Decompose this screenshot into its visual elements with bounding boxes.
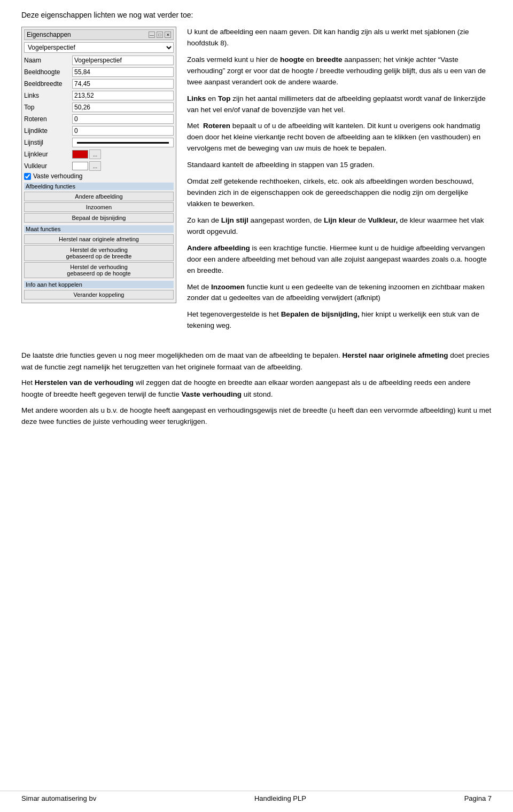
panel-minimize-icon[interactable]: □	[157, 31, 163, 38]
para-1: U kunt de afbeelding een naam geven. Dit…	[187, 27, 492, 49]
bottom-para-3: Met andere woorden als u b.v. de hoogte …	[21, 405, 492, 428]
lijnstijl-row: Lijnstijl	[24, 137, 174, 148]
bottom-para-2: Het Herstelen van de verhouding wil zegg…	[21, 377, 492, 400]
lijnstijl-line	[77, 142, 169, 144]
beeldbreedte-label: Beeldbreedte	[24, 80, 72, 88]
afbeelding-functies-header: Afbeelding functies	[24, 183, 174, 190]
roteren-row: Roteren	[24, 114, 174, 124]
beeldbreedte-row: Beeldbreedte	[24, 78, 174, 89]
properties-panel: Eigenschappen ― □ ✕ Vogelperspectief Naa…	[21, 27, 176, 337]
para-3: Links en Top zijn het aantal millimeters…	[187, 93, 492, 116]
lijnkleur-browse-btn[interactable]: ...	[89, 149, 101, 159]
vaste-verhouding-label: Vaste verhouding	[33, 172, 83, 180]
top-row: Top	[24, 102, 174, 113]
panel-title-bar: Eigenschappen ― □ ✕	[24, 29, 174, 40]
links-input[interactable]	[72, 91, 174, 100]
roteren-input[interactable]	[72, 114, 174, 124]
footer-center: Handleiding PLP	[254, 794, 306, 802]
panel-pin-icon[interactable]: ―	[149, 31, 155, 38]
vulkleur-color-box[interactable]	[72, 162, 88, 170]
panel-close-icon[interactable]: ✕	[165, 31, 171, 38]
para-9: Met de Inzoomen functie kunt u een gedee…	[187, 282, 492, 304]
bijsnijding-button[interactable]: Bepaal de bijsnijding	[24, 213, 174, 223]
verander-koppeling-button[interactable]: Verander koppeling	[24, 290, 174, 299]
top-input[interactable]	[72, 103, 174, 112]
right-text-section: U kunt de afbeelding een naam geven. Dit…	[187, 27, 492, 337]
footer-left: Simar automatisering bv	[21, 794, 96, 802]
beeldbreedte-input[interactable]	[72, 79, 174, 89]
vulkleur-browse-btn[interactable]: ...	[89, 161, 101, 171]
name-row: Vogelperspectief	[24, 42, 174, 53]
links-label: Links	[24, 92, 72, 99]
bottom-para-1: De laatste drie functies geven u nog mee…	[21, 350, 492, 373]
para-7: Zo kan de Lijn stijl aangepast worden, d…	[187, 215, 492, 238]
lijnkleur-label: Lijnkleur	[24, 151, 72, 158]
footer-right: Pagina 7	[464, 794, 492, 802]
page-footer: Simar automatisering bv Handleiding PLP …	[0, 791, 513, 802]
lijnkleur-color-box[interactable]	[72, 150, 88, 159]
name-select[interactable]: Vogelperspectief	[24, 42, 174, 53]
maat-functies-header: Maat functies	[24, 225, 174, 233]
panel-title: Eigenschappen	[27, 31, 71, 38]
lijndikte-input[interactable]	[72, 126, 174, 136]
vulkleur-label: Vulkleur	[24, 162, 72, 170]
andere-afbeelding-button[interactable]: Andere afbeelding	[24, 192, 174, 201]
header-text: Deze eigenschappen lichten we nog wat ve…	[21, 11, 492, 19]
info-koppelen-header: Info aan het koppelen	[24, 281, 174, 288]
para-4: Met Roteren bepaalt u of u de afbeelding…	[187, 121, 492, 154]
para-6: Omdat zelf getekende rechthoeken, cirkel…	[187, 176, 492, 210]
naam-label: Naam	[24, 57, 72, 64]
roteren-label: Roteren	[24, 115, 72, 123]
para-2: Zoals vermeld kunt u hier de hoogte en b…	[187, 54, 492, 88]
vaste-verhouding-checkbox[interactable]	[24, 173, 31, 180]
inzoomen-button[interactable]: Inzoomen	[24, 202, 174, 212]
naam-input[interactable]	[72, 56, 174, 65]
para-5: Standaard kantelt de afbeelding in stapp…	[187, 160, 492, 171]
lijnstijl-label: Lijnstijl	[24, 139, 72, 146]
naam-row: Naam	[24, 55, 174, 66]
vulkleur-row: Vulkleur ...	[24, 161, 174, 171]
beeldhoogte-row: Beeldhoogte	[24, 67, 174, 77]
top-label: Top	[24, 104, 72, 111]
herstel-breedte-button[interactable]: Herstel de verhouding gebaseerd op de br…	[24, 245, 174, 261]
lijnkleur-row: Lijnkleur ...	[24, 149, 174, 160]
lijndikte-row: Lijndikte	[24, 125, 174, 136]
beeldhoogte-input[interactable]	[72, 67, 174, 77]
para-8: Andere afbeelding is een krachtige funct…	[187, 243, 492, 277]
links-row: Links	[24, 90, 174, 101]
bottom-text-section: De laatste drie functies geven u nog mee…	[21, 350, 492, 428]
lijndikte-label: Lijndikte	[24, 127, 72, 135]
herstel-hoogte-button[interactable]: Herstel de verhouding gebaseerd op de ho…	[24, 262, 174, 278]
para-10: Het tegenovergestelde is het Bepalen de …	[187, 309, 492, 332]
herstel-origineel-button[interactable]: Herstel naar originele afmeting	[24, 234, 174, 244]
beeldhoogte-label: Beeldhoogte	[24, 68, 72, 76]
vaste-verhouding-row: Vaste verhouding	[24, 172, 174, 180]
